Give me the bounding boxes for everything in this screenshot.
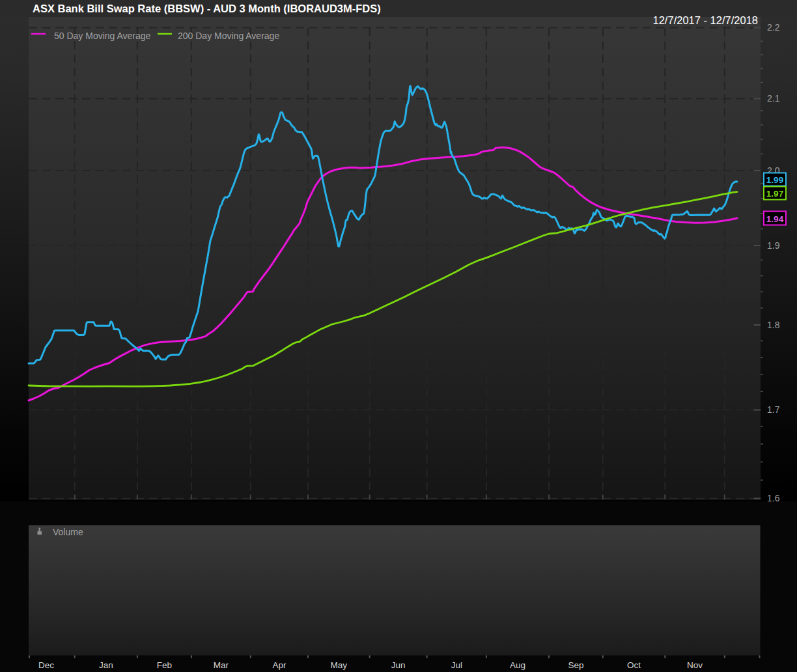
svg-text:Jan: Jan <box>99 660 113 670</box>
svg-text:12/7/2017 - 12/7/2018: 12/7/2017 - 12/7/2018 <box>653 14 758 26</box>
svg-text:ASX Bank Bill Swap Rate (BBSW): ASX Bank Bill Swap Rate (BBSW) - AUD 3 M… <box>33 3 381 14</box>
svg-text:Jul: Jul <box>451 660 462 670</box>
svg-text:2.1: 2.1 <box>767 93 780 104</box>
svg-text:1.94: 1.94 <box>766 214 784 224</box>
svg-text:Oct: Oct <box>627 660 641 670</box>
svg-text:Mar: Mar <box>214 660 229 670</box>
svg-text:Jun: Jun <box>391 660 406 670</box>
svg-text:Feb: Feb <box>157 660 172 670</box>
svg-text:Nov: Nov <box>687 660 703 670</box>
svg-text:1.7: 1.7 <box>767 404 780 415</box>
svg-text:Sep: Sep <box>568 660 583 670</box>
svg-text:1.6: 1.6 <box>767 493 780 503</box>
svg-text:Volume: Volume <box>53 527 83 537</box>
svg-text:Apr: Apr <box>272 660 287 670</box>
svg-text:200 Day Moving Average: 200 Day Moving Average <box>178 31 279 41</box>
svg-text:1.99: 1.99 <box>766 175 783 185</box>
svg-text:2.2: 2.2 <box>767 22 780 33</box>
svg-text:50 Day Moving Average: 50 Day Moving Average <box>54 31 151 41</box>
svg-text:May: May <box>331 660 348 670</box>
svg-text:1.97: 1.97 <box>766 189 783 199</box>
svg-text:Dec: Dec <box>38 660 54 670</box>
svg-text:Aug: Aug <box>510 660 525 670</box>
svg-text:1.9: 1.9 <box>767 240 780 251</box>
svg-text:1.8: 1.8 <box>767 320 780 330</box>
